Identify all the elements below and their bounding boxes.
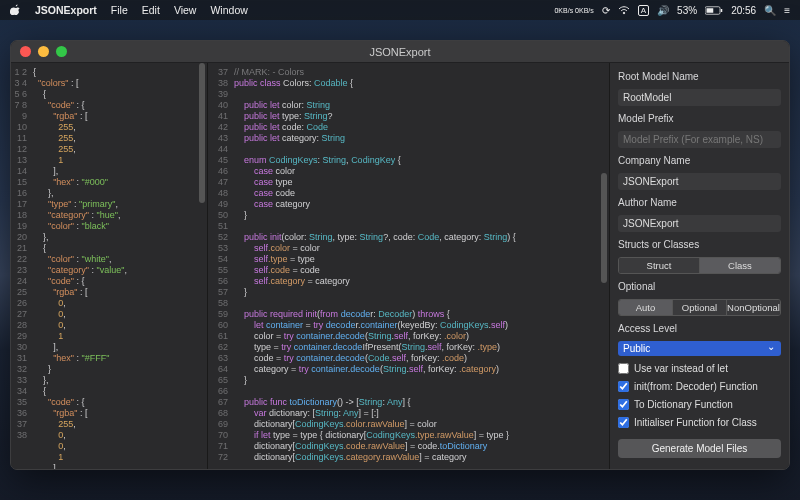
access-level-label: Access Level xyxy=(618,323,781,334)
class-option[interactable]: Class xyxy=(699,258,780,273)
window-title: JSONExport xyxy=(11,46,789,58)
auto-option[interactable]: Auto xyxy=(619,300,672,315)
generated-code-view[interactable]: // MARK: - Colors public class Colors: C… xyxy=(232,63,599,469)
access-level-select-wrap: Public xyxy=(618,341,781,356)
root-model-input[interactable] xyxy=(618,89,781,106)
json-editor[interactable]: { "colors" : [ { "code" : { "rgba" : [ 2… xyxy=(31,63,197,469)
init-decoder-label: init(from: Decoder) Function xyxy=(634,381,758,392)
to-dictionary-checkbox[interactable] xyxy=(618,399,629,410)
volume-icon[interactable]: 🔊 xyxy=(657,5,669,16)
apple-logo-icon[interactable] xyxy=(10,4,21,17)
traffic-lights xyxy=(11,46,67,57)
clock[interactable]: 20:56 xyxy=(731,5,756,16)
access-level-select[interactable]: Public xyxy=(618,341,781,356)
use-var-checkbox[interactable] xyxy=(618,363,629,374)
zoom-button[interactable] xyxy=(56,46,67,57)
close-button[interactable] xyxy=(20,46,31,57)
optional-label: Optional xyxy=(618,281,781,292)
svg-rect-2 xyxy=(707,8,714,13)
struct-option[interactable]: Struct xyxy=(619,258,699,273)
optional-option[interactable]: Optional xyxy=(672,300,726,315)
root-model-label: Root Model Name xyxy=(618,71,781,82)
menubar-left: JSONExport File Edit View Window xyxy=(10,4,248,17)
structs-or-classes-label: Structs or Classes xyxy=(618,239,781,250)
struct-class-segment: Struct Class xyxy=(618,257,781,274)
left-scrollbar[interactable] xyxy=(197,63,207,469)
battery-icon[interactable] xyxy=(705,6,723,15)
menu-window[interactable]: Window xyxy=(210,4,247,16)
company-name-label: Company Name xyxy=(618,155,781,166)
options-panel: Root Model Name Model Prefix Company Nam… xyxy=(609,63,789,469)
window-content: 1 2 3 4 5 6 7 8 9 10 11 12 13 14 15 16 1… xyxy=(11,63,789,469)
wifi-icon[interactable] xyxy=(618,5,630,15)
author-name-label: Author Name xyxy=(618,197,781,208)
window-titlebar[interactable]: JSONExport xyxy=(11,41,789,63)
minimize-button[interactable] xyxy=(38,46,49,57)
initializer-label: Initialiser Function for Class xyxy=(634,417,757,428)
spotlight-icon[interactable]: 🔍 xyxy=(764,5,776,16)
svg-rect-3 xyxy=(721,9,723,12)
optional-segment: Auto Optional NonOptional xyxy=(618,299,781,316)
svg-point-0 xyxy=(623,12,625,14)
initializer-checkbox[interactable] xyxy=(618,417,629,428)
macos-menubar: JSONExport File Edit View Window 0KB/s 0… xyxy=(0,0,800,20)
author-name-input[interactable] xyxy=(618,215,781,232)
network-speed-icon[interactable]: 0KB/s 0KB/s xyxy=(554,7,593,14)
to-dictionary-label: To Dictionary Function xyxy=(634,399,733,410)
battery-percent[interactable]: 53% xyxy=(677,5,697,16)
menu-view[interactable]: View xyxy=(174,4,197,16)
company-name-input[interactable] xyxy=(618,173,781,190)
nonoptional-option[interactable]: NonOptional xyxy=(726,300,780,315)
app-window: JSONExport 1 2 3 4 5 6 7 8 9 10 11 12 13… xyxy=(10,40,790,470)
sync-icon[interactable]: ⟳ xyxy=(602,5,610,16)
menubar-right: 0KB/s 0KB/s ⟳ A 🔊 53% 20:56 🔍 ≡ xyxy=(554,5,790,16)
right-scrollbar[interactable] xyxy=(599,63,609,469)
model-prefix-label: Model Prefix xyxy=(618,113,781,124)
input-source-icon[interactable]: A xyxy=(638,5,649,16)
generate-button[interactable]: Generate Model Files xyxy=(618,439,781,458)
menu-file[interactable]: File xyxy=(111,4,128,16)
menubar-app-name[interactable]: JSONExport xyxy=(35,4,97,16)
use-var-label: Use var instead of let xyxy=(634,363,728,374)
left-gutter: 1 2 3 4 5 6 7 8 9 10 11 12 13 14 15 16 1… xyxy=(11,63,31,469)
right-gutter: 37 38 39 40 41 42 43 44 45 46 47 48 49 5… xyxy=(208,63,232,469)
control-center-icon[interactable]: ≡ xyxy=(784,5,790,16)
model-prefix-input[interactable] xyxy=(618,131,781,148)
menu-edit[interactable]: Edit xyxy=(142,4,160,16)
init-decoder-checkbox[interactable] xyxy=(618,381,629,392)
